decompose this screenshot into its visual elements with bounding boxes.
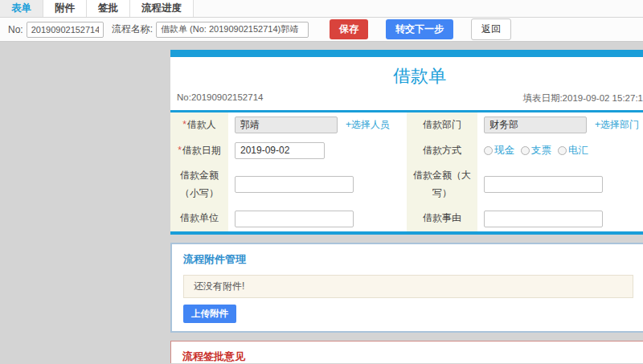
amount-upper-field [477,163,643,206]
radio-cash-label: 现金 [494,144,514,157]
department-field: +选择部门 [477,112,643,138]
borrower-label: *借款人 [170,112,228,138]
tab-bar: 表单 附件 签批 流程进度 [0,0,643,18]
tab-form[interactable]: 表单 [0,0,43,17]
tab-approval[interactable]: 签批 [87,0,130,17]
amount-lower-input[interactable] [235,176,354,193]
unit-field [228,206,407,231]
reason-field [477,206,643,231]
radio-check-input[interactable] [521,146,530,155]
form-top-bar [170,50,643,57]
amount-lower-label: 借款金额（小写） [170,163,228,206]
radio-check[interactable]: 支票 [521,144,551,157]
date-label-text: 借款日期 [182,142,221,160]
save-button[interactable]: 保存 [330,19,368,39]
no-attachments-message: 还没有附件! [183,275,633,298]
upload-attachment-button[interactable]: 上传附件 [183,305,236,323]
form-body: 借款单 No:20190902152714 填表日期:2019-09-02 15… [170,57,643,235]
reason-label: 借款事由 [407,206,477,231]
method-label-text: 借款方式 [423,142,461,160]
amount-lower-label-text: 借款金额（小写） [177,167,222,202]
method-field: 现金 支票 电汇 [477,138,643,164]
reason-label-text: 借款事由 [423,210,461,227]
form-date-text: 填表日期:2019-09-02 15:27:1 [522,92,643,104]
radio-wire[interactable]: 电汇 [558,144,588,157]
form-grid: *借款人 +选择人员 借款部门 +选择部门 *借款日期 借款 [170,112,643,231]
tab-attachments[interactable]: 附件 [43,0,87,17]
required-mark: * [182,117,186,134]
radio-wire-label: 电汇 [568,144,588,157]
approval-title: 流程签批意见 [182,350,643,363]
required-mark: * [178,142,182,160]
process-name-label: 流程名称: [112,22,153,36]
tab-form-label: 表单 [11,2,31,14]
borrower-label-text: 借款人 [187,117,216,134]
form-no-text: No:20190902152714 [177,92,263,104]
next-step-button[interactable]: 转交下一步 [386,19,453,39]
form-title: 借款单 [170,57,643,91]
amount-upper-input[interactable] [484,176,603,193]
date-label: *借款日期 [170,138,228,164]
toolbar: No: 流程名称: 保存 转交下一步 返回 [0,18,643,42]
loan-form-panel: 借款单 No:20190902152714 填表日期:2019-09-02 15… [170,50,643,235]
borrower-input[interactable] [235,117,338,133]
department-label-text: 借款部门 [423,117,461,134]
select-person-link[interactable]: +选择人员 [346,118,390,132]
unit-input[interactable] [235,211,354,227]
amount-upper-label: 借款金额（大写） [407,163,477,206]
form-meta-row: No:20190902152714 填表日期:2019-09-02 15:27:… [170,91,643,110]
content-area: 借款单 No:20190902152714 填表日期:2019-09-02 15… [0,42,643,363]
method-radio-group: 现金 支票 电汇 [484,144,588,157]
radio-cash[interactable]: 现金 [484,144,514,157]
no-label: No: [8,24,23,35]
date-input[interactable] [235,142,325,159]
tab-progress-label: 流程进度 [141,2,182,14]
approval-panel: 流程签批意见 B I abc ⌫ ∞ ∞ ⚑ ≡ ☰ ⇤ ⇥ [170,341,643,363]
radio-check-label: 支票 [531,144,551,157]
tab-attachments-label: 附件 [55,2,75,14]
no-input[interactable] [27,22,104,38]
amount-upper-label-text: 借款金额（大写） [413,167,471,202]
radio-cash-input[interactable] [484,146,493,155]
department-label: 借款部门 [407,112,477,138]
tab-approval-label: 签批 [98,2,118,14]
attachments-panel: 流程附件管理 还没有附件! 上传附件 [170,243,643,333]
app-window: 表单 附件 签批 流程进度 No: 流程名称: 保存 转交下一步 返回 借款单 … [0,0,643,363]
department-input[interactable] [484,117,587,133]
form-divider-bottom [170,231,643,235]
method-label: 借款方式 [407,138,477,164]
tab-progress[interactable]: 流程进度 [130,0,194,17]
reason-input[interactable] [484,211,603,227]
borrower-field: +选择人员 [228,112,407,138]
unit-label-text: 借款单位 [180,210,219,227]
radio-wire-input[interactable] [558,146,567,155]
amount-lower-field [228,163,407,206]
process-name-input[interactable] [156,22,309,38]
attachments-title: 流程附件管理 [183,252,643,267]
date-field [228,138,407,164]
select-dept-link[interactable]: +选择部门 [595,118,639,132]
back-button[interactable]: 返回 [471,18,511,40]
unit-label: 借款单位 [170,206,228,231]
